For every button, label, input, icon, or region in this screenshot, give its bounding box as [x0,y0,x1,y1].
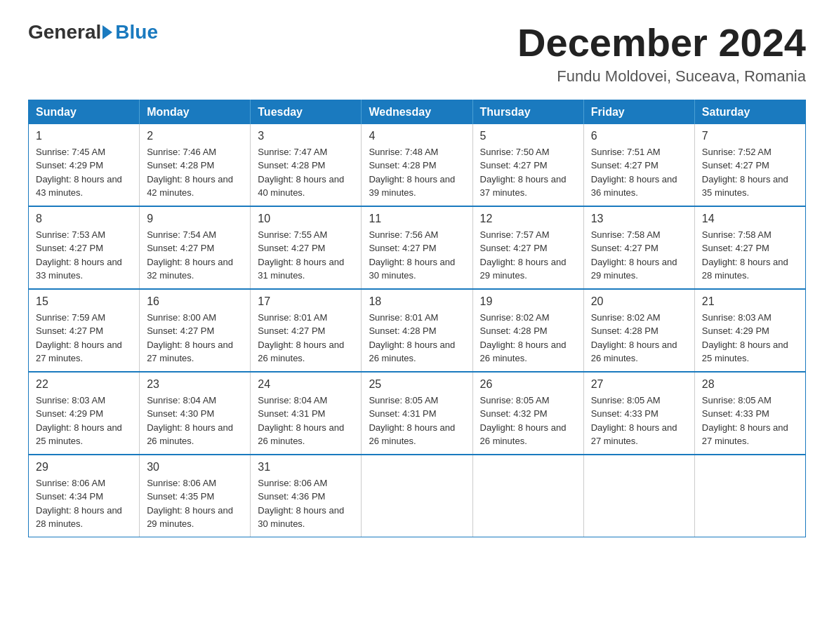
calendar-cell: 29Sunrise: 8:06 AMSunset: 4:34 PMDayligh… [29,455,140,537]
day-info: Sunrise: 7:57 AMSunset: 4:27 PMDaylight:… [480,228,576,283]
logo: General Blue [28,21,158,43]
day-info: Sunrise: 7:50 AMSunset: 4:27 PMDaylight:… [480,145,576,200]
day-number: 23 [147,378,243,391]
day-number: 17 [258,295,354,308]
day-number: 3 [258,130,354,142]
col-header-wednesday: Wednesday [362,100,472,124]
week-row-4: 22Sunrise: 8:03 AMSunset: 4:29 PMDayligh… [29,372,806,455]
calendar-cell: 21Sunrise: 8:03 AMSunset: 4:29 PMDayligh… [694,289,805,372]
day-info: Sunrise: 7:56 AMSunset: 4:27 PMDaylight:… [369,228,465,283]
col-header-thursday: Thursday [472,100,583,124]
calendar-cell [583,455,694,537]
day-number: 9 [147,213,243,225]
day-number: 10 [258,213,354,225]
calendar-cell: 10Sunrise: 7:55 AMSunset: 4:27 PMDayligh… [251,206,362,289]
logo-general-text: General [28,21,101,43]
calendar-cell: 13Sunrise: 7:58 AMSunset: 4:27 PMDayligh… [583,206,694,289]
day-number: 22 [36,378,132,391]
calendar-cell: 3Sunrise: 7:47 AMSunset: 4:28 PMDaylight… [251,124,362,206]
calendar-cell: 17Sunrise: 8:01 AMSunset: 4:27 PMDayligh… [251,289,362,372]
day-info: Sunrise: 7:47 AMSunset: 4:28 PMDaylight:… [258,145,354,200]
day-info: Sunrise: 8:01 AMSunset: 4:27 PMDaylight:… [258,311,354,365]
calendar-cell: 5Sunrise: 7:50 AMSunset: 4:27 PMDaylight… [472,124,583,206]
day-number: 7 [702,130,798,142]
week-row-5: 29Sunrise: 8:06 AMSunset: 4:34 PMDayligh… [29,455,806,537]
day-number: 29 [36,461,132,474]
calendar-cell: 31Sunrise: 8:06 AMSunset: 4:36 PMDayligh… [251,455,362,537]
day-number: 24 [258,378,354,391]
calendar-cell: 28Sunrise: 8:05 AMSunset: 4:33 PMDayligh… [694,372,805,455]
day-number: 4 [369,130,465,142]
day-number: 8 [36,213,132,225]
day-info: Sunrise: 8:03 AMSunset: 4:29 PMDaylight:… [36,394,132,448]
day-number: 11 [369,213,465,225]
day-number: 27 [591,378,687,391]
day-info: Sunrise: 8:06 AMSunset: 4:34 PMDaylight:… [36,476,132,531]
day-info: Sunrise: 7:54 AMSunset: 4:27 PMDaylight:… [147,228,243,283]
calendar-cell [362,455,472,537]
calendar-cell: 19Sunrise: 8:02 AMSunset: 4:28 PMDayligh… [472,289,583,372]
day-info: Sunrise: 7:48 AMSunset: 4:28 PMDaylight:… [369,145,465,200]
day-number: 30 [147,461,243,474]
calendar-cell: 1Sunrise: 7:45 AMSunset: 4:29 PMDaylight… [29,124,140,206]
day-number: 5 [480,130,576,142]
day-info: Sunrise: 8:06 AMSunset: 4:36 PMDaylight:… [258,476,354,531]
day-number: 25 [369,378,465,391]
location-title: Fundu Moldovei, Suceava, Romania [517,67,806,86]
week-row-2: 8Sunrise: 7:53 AMSunset: 4:27 PMDaylight… [29,206,806,289]
col-header-saturday: Saturday [694,100,805,124]
calendar-cell [472,455,583,537]
calendar-cell [694,455,805,537]
day-info: Sunrise: 8:00 AMSunset: 4:27 PMDaylight:… [147,311,243,365]
calendar-cell: 26Sunrise: 8:05 AMSunset: 4:32 PMDayligh… [472,372,583,455]
calendar-cell: 20Sunrise: 8:02 AMSunset: 4:28 PMDayligh… [583,289,694,372]
day-info: Sunrise: 8:01 AMSunset: 4:28 PMDaylight:… [369,311,465,365]
day-info: Sunrise: 7:53 AMSunset: 4:27 PMDaylight:… [36,228,132,283]
day-number: 18 [369,295,465,308]
calendar-cell: 16Sunrise: 8:00 AMSunset: 4:27 PMDayligh… [140,289,251,372]
calendar-cell: 30Sunrise: 8:06 AMSunset: 4:35 PMDayligh… [140,455,251,537]
calendar-cell: 4Sunrise: 7:48 AMSunset: 4:28 PMDaylight… [362,124,472,206]
day-info: Sunrise: 8:04 AMSunset: 4:31 PMDaylight:… [258,394,354,448]
calendar-cell: 23Sunrise: 8:04 AMSunset: 4:30 PMDayligh… [140,372,251,455]
calendar-cell: 12Sunrise: 7:57 AMSunset: 4:27 PMDayligh… [472,206,583,289]
day-info: Sunrise: 8:05 AMSunset: 4:33 PMDaylight:… [702,394,798,448]
calendar-cell: 24Sunrise: 8:04 AMSunset: 4:31 PMDayligh… [251,372,362,455]
day-info: Sunrise: 8:04 AMSunset: 4:30 PMDaylight:… [147,394,243,448]
day-number: 26 [480,378,576,391]
day-number: 28 [702,378,798,391]
day-info: Sunrise: 7:55 AMSunset: 4:27 PMDaylight:… [258,228,354,283]
day-number: 2 [147,130,243,142]
day-number: 12 [480,213,576,225]
col-header-tuesday: Tuesday [251,100,362,124]
calendar-cell: 11Sunrise: 7:56 AMSunset: 4:27 PMDayligh… [362,206,472,289]
col-header-sunday: Sunday [29,100,140,124]
day-info: Sunrise: 7:45 AMSunset: 4:29 PMDaylight:… [36,145,132,200]
day-info: Sunrise: 8:06 AMSunset: 4:35 PMDaylight:… [147,476,243,531]
calendar-cell: 15Sunrise: 7:59 AMSunset: 4:27 PMDayligh… [29,289,140,372]
day-number: 20 [591,295,687,308]
page-header: General Blue December 2024 Fundu Moldove… [28,21,806,86]
day-info: Sunrise: 8:05 AMSunset: 4:32 PMDaylight:… [480,394,576,448]
calendar-cell: 2Sunrise: 7:46 AMSunset: 4:28 PMDaylight… [140,124,251,206]
calendar-cell: 25Sunrise: 8:05 AMSunset: 4:31 PMDayligh… [362,372,472,455]
week-row-1: 1Sunrise: 7:45 AMSunset: 4:29 PMDaylight… [29,124,806,206]
calendar-cell: 14Sunrise: 7:58 AMSunset: 4:27 PMDayligh… [694,206,805,289]
day-number: 16 [147,295,243,308]
day-info: Sunrise: 7:59 AMSunset: 4:27 PMDaylight:… [36,311,132,365]
day-info: Sunrise: 7:58 AMSunset: 4:27 PMDaylight:… [702,228,798,283]
calendar-cell: 8Sunrise: 7:53 AMSunset: 4:27 PMDaylight… [29,206,140,289]
calendar-table: SundayMondayTuesdayWednesdayThursdayFrid… [28,100,806,537]
day-number: 6 [591,130,687,142]
calendar-cell: 18Sunrise: 8:01 AMSunset: 4:28 PMDayligh… [362,289,472,372]
logo-triangle-icon [102,25,112,39]
day-info: Sunrise: 8:02 AMSunset: 4:28 PMDaylight:… [480,311,576,365]
day-number: 14 [702,213,798,225]
day-info: Sunrise: 8:05 AMSunset: 4:31 PMDaylight:… [369,394,465,448]
day-info: Sunrise: 8:03 AMSunset: 4:29 PMDaylight:… [702,311,798,365]
day-number: 21 [702,295,798,308]
calendar-cell: 6Sunrise: 7:51 AMSunset: 4:27 PMDaylight… [583,124,694,206]
day-info: Sunrise: 7:51 AMSunset: 4:27 PMDaylight:… [591,145,687,200]
day-info: Sunrise: 8:02 AMSunset: 4:28 PMDaylight:… [591,311,687,365]
day-info: Sunrise: 7:58 AMSunset: 4:27 PMDaylight:… [591,228,687,283]
